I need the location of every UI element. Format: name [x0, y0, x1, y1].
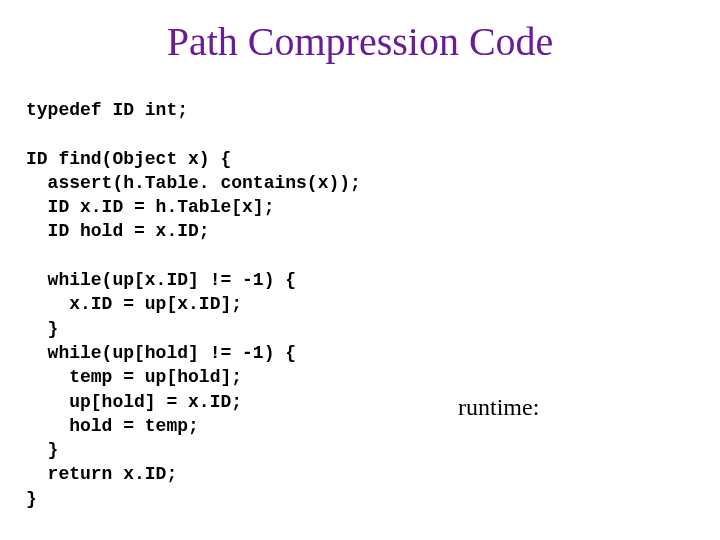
slide: Path Compression Code typedef ID int; ID…	[0, 0, 720, 540]
code-block: typedef ID int; ID find(Object x) { asse…	[26, 98, 361, 511]
runtime-label: runtime:	[458, 394, 539, 421]
slide-title: Path Compression Code	[0, 18, 720, 65]
